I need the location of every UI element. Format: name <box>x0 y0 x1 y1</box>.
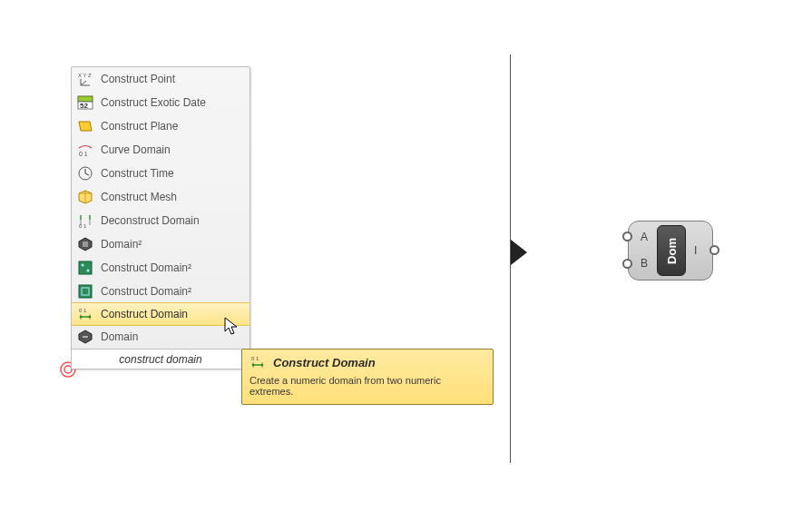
svg-point-16 <box>80 316 83 319</box>
svg-point-12 <box>87 270 90 272</box>
menu-item-construct-point[interactable]: X Y Z Construct Point <box>72 67 249 91</box>
menu-item-construct-plane[interactable]: Construct Plane <box>72 114 249 138</box>
menu-item-label: Curve Domain <box>101 143 171 156</box>
menu-item-construct-mesh[interactable]: Construct Mesh <box>72 185 249 209</box>
input-label-a: A <box>641 231 648 243</box>
svg-point-20 <box>261 364 264 367</box>
menu-item-label: Construct Domain² <box>101 261 191 274</box>
menu-item-domain-squared[interactable]: Domain² <box>72 232 249 256</box>
domain2-green-icon <box>77 260 93 276</box>
menu-item-label: Deconstruct Domain <box>101 214 200 227</box>
svg-point-19 <box>252 364 255 367</box>
menu-item-label: Domain² <box>101 238 142 251</box>
menu-item-domain[interactable]: Domain <box>72 325 249 349</box>
menu-item-construct-domain[interactable]: 0 1 Construct Domain <box>72 302 249 326</box>
menu-item-curve-domain[interactable]: 0 1 Curve Domain <box>72 138 249 162</box>
domain-hex-icon <box>77 329 93 345</box>
search-text: construct domain <box>119 353 201 366</box>
divider-arrow-icon <box>511 240 527 265</box>
component-name: Dom <box>664 238 678 264</box>
svg-rect-10 <box>79 261 92 274</box>
menu-item-construct-domain-squared-a[interactable]: Construct Domain² <box>72 256 249 280</box>
svg-text:X Y Z: X Y Z <box>78 73 92 78</box>
component-search-menu[interactable]: X Y Z Construct Point 52 Construct Exoti… <box>71 66 250 369</box>
menu-item-label: Construct Mesh <box>101 191 177 203</box>
output-label-i: I <box>694 244 697 257</box>
input-label-b: B <box>641 257 648 270</box>
plane-icon <box>77 118 93 134</box>
menu-item-label: Construct Domain <box>101 308 188 320</box>
tooltip: 0 1 Construct Domain Create a numeric do… <box>241 349 494 405</box>
menu-item-label: Domain <box>101 330 138 343</box>
component-name-strip[interactable]: Dom <box>657 225 686 276</box>
svg-text:0   1: 0 1 <box>79 223 87 229</box>
clock-icon <box>77 165 93 182</box>
svg-rect-9 <box>83 241 88 247</box>
construct-domain-icon: 0 1 <box>249 354 266 370</box>
calendar-icon: 52 <box>77 94 93 111</box>
output-grip-i[interactable] <box>709 245 719 255</box>
input-grip-a[interactable] <box>622 231 632 241</box>
menu-item-label: Construct Exotic Date <box>101 96 206 109</box>
svg-rect-13 <box>79 285 92 298</box>
construct-domain-icon: 0 1 <box>77 306 93 322</box>
menu-item-construct-exotic-date[interactable]: 52 Construct Exotic Date <box>72 91 249 114</box>
menu-item-deconstruct-domain[interactable]: 0 1 Deconstruct Domain <box>72 209 249 232</box>
menu-item-label: Construct Point <box>101 73 175 85</box>
xyz-icon: X Y Z <box>77 71 93 87</box>
svg-text:52: 52 <box>80 102 88 110</box>
menu-item-label: Construct Domain² <box>101 285 191 298</box>
domain2-green2-icon <box>77 283 93 300</box>
svg-text:0   1: 0 1 <box>251 356 259 361</box>
menu-item-construct-domain-squared-b[interactable]: Construct Domain² <box>72 280 249 303</box>
mesh-icon <box>77 189 93 205</box>
menu-item-label: Construct Time <box>101 167 174 180</box>
component-construct-domain[interactable]: A B I Dom <box>621 221 720 281</box>
svg-text:0   1: 0 1 <box>79 308 87 313</box>
search-input-row[interactable]: construct domain <box>72 349 249 369</box>
deconstruct-domain-icon: 0 1 <box>77 212 93 229</box>
tooltip-title: Construct Domain <box>273 356 376 369</box>
menu-item-label: Construct Plane <box>101 120 178 133</box>
svg-point-17 <box>89 316 92 319</box>
domain2-hex-icon <box>77 236 93 252</box>
menu-item-construct-time[interactable]: Construct Time <box>72 162 249 185</box>
tooltip-body: Create a numeric domain from two numeric… <box>242 373 493 404</box>
curve-domain-icon: 0 1 <box>77 142 93 158</box>
svg-point-11 <box>82 264 84 267</box>
input-grip-b[interactable] <box>622 259 632 269</box>
svg-text:0  1: 0 1 <box>79 151 88 157</box>
